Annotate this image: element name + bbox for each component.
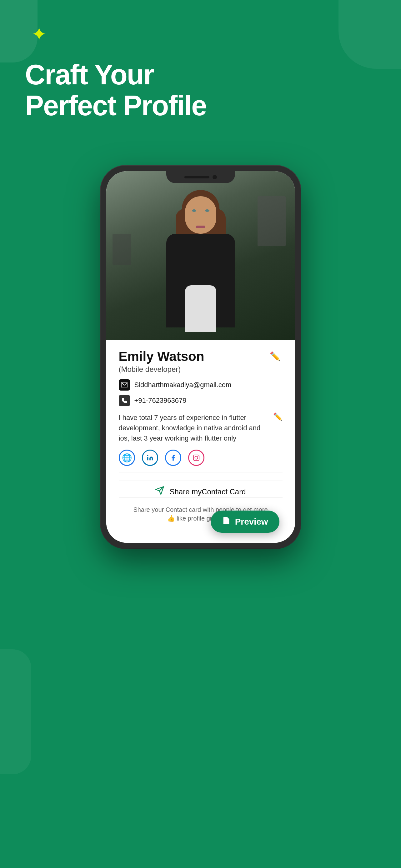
profile-job-title: (Mobile developer) (119, 365, 205, 374)
social-icons-row: 🌐 (119, 450, 282, 466)
phone-inner-screen: Emily Watson (Mobile developer) ✏️ Siddh… (106, 171, 295, 543)
phone-outer-shell: Emily Watson (Mobile developer) ✏️ Siddh… (101, 165, 301, 548)
edit-profile-button[interactable]: ✏️ (268, 349, 282, 363)
preview-label: Preview (235, 517, 268, 527)
notch-camera (213, 175, 217, 179)
profile-name-block: Emily Watson (Mobile developer) (119, 349, 205, 374)
person-figure (157, 184, 244, 340)
svg-point-3 (195, 457, 197, 459)
person-shirt (185, 285, 216, 332)
share-icon (155, 486, 164, 497)
svg-rect-2 (193, 455, 199, 461)
social-instagram-button[interactable] (188, 450, 205, 466)
profile-photo-area (106, 171, 295, 340)
email-row: Siddharthmakadiya@gmail.com (119, 379, 282, 391)
phone-mockup: Emily Watson (Mobile developer) ✏️ Siddh… (101, 165, 301, 548)
photo-bg-element (257, 196, 286, 246)
profile-name: Emily Watson (119, 349, 205, 364)
email-icon (119, 379, 130, 391)
phone-icon (119, 395, 130, 406)
bio-section: I have total 7 years of experience in fl… (119, 412, 282, 443)
person-head (185, 196, 216, 234)
star-icon: ✦ (31, 25, 47, 44)
bg-decor-top-right (338, 0, 401, 69)
bio-text: I have total 7 years of experience in fl… (119, 412, 273, 443)
social-linkedin-button[interactable] (142, 450, 158, 466)
email-value: Siddharthmakadiya@gmail.com (134, 381, 232, 389)
notch-speaker (184, 176, 209, 178)
phone-row: +91-7623963679 (119, 395, 282, 406)
divider-line (119, 472, 282, 472)
share-label: Share myContact Card (169, 488, 246, 496)
bg-decor-bottom-left (0, 649, 31, 774)
eye-left (192, 209, 196, 212)
social-facebook-button[interactable] (165, 450, 181, 466)
share-row[interactable]: Share myContact Card (119, 480, 282, 497)
preview-fab-icon (222, 516, 231, 527)
eye-right (205, 209, 209, 212)
phone-value: +91-7623963679 (134, 397, 187, 405)
phone-notch (166, 171, 235, 183)
profile-header: Emily Watson (Mobile developer) ✏️ (119, 349, 282, 374)
svg-point-4 (197, 456, 198, 457)
svg-point-1 (147, 455, 148, 456)
photo-bg-element2 (113, 234, 131, 265)
person-body (166, 234, 235, 328)
preview-fab-button[interactable]: Preview (211, 510, 279, 533)
social-web-button[interactable]: 🌐 (119, 450, 135, 466)
edit-bio-button[interactable]: ✏️ (273, 412, 282, 421)
hero-heading: Craft Your Perfect Profile (25, 59, 206, 121)
lips (196, 226, 205, 228)
